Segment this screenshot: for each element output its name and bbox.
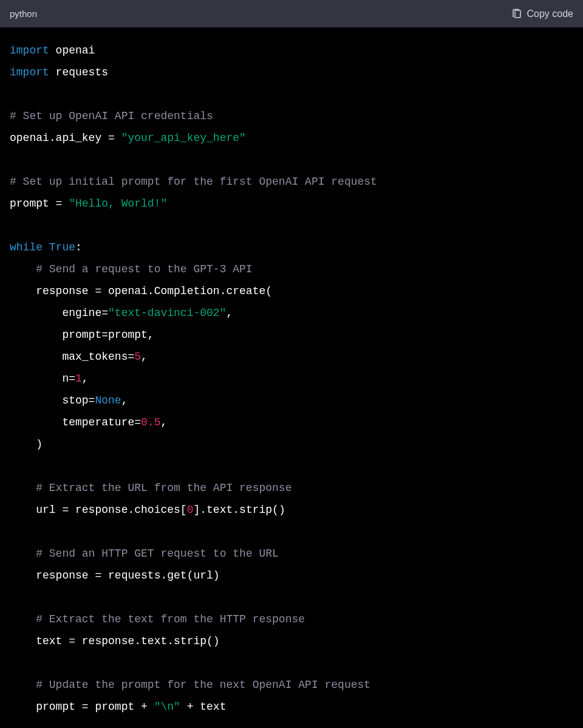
code-token: prompt = bbox=[10, 197, 69, 210]
code-string: "Hello, World!" bbox=[69, 197, 167, 210]
code-block-header: python Copy code bbox=[0, 0, 583, 27]
code-comment: # Send an HTTP GET request to the URL bbox=[10, 548, 279, 560]
code-number: 1 bbox=[75, 373, 82, 385]
code-token: engine= bbox=[10, 307, 108, 319]
code-token: True bbox=[43, 241, 75, 253]
language-label: python bbox=[10, 9, 37, 19]
code-token: prompt=prompt, bbox=[10, 329, 154, 341]
code-string: "your_api_key_here" bbox=[121, 132, 246, 144]
code-string: "text-davinci-002" bbox=[108, 307, 226, 319]
code-comment: # Update the prompt for the next OpenAI … bbox=[10, 679, 370, 691]
svg-rect-0 bbox=[515, 10, 520, 18]
code-token: url = response.choices[ bbox=[10, 504, 187, 516]
code-number: 0 bbox=[187, 504, 194, 516]
code-token: n= bbox=[10, 373, 75, 385]
code-token: prompt = prompt + bbox=[10, 701, 154, 713]
code-content: import openai import requests # Set up O… bbox=[0, 27, 583, 728]
code-string: "\n" bbox=[154, 701, 180, 713]
code-token: + text bbox=[180, 701, 227, 713]
code-comment: # Set up OpenAI API credentials bbox=[10, 110, 213, 122]
code-number: 0.5 bbox=[141, 416, 160, 428]
code-token: response = requests.get(url) bbox=[10, 569, 220, 582]
code-token: openai bbox=[49, 44, 95, 57]
code-token: stop= bbox=[10, 394, 95, 407]
code-token: temperature= bbox=[10, 416, 141, 428]
code-comment: # Set up initial prompt for the first Op… bbox=[10, 176, 377, 188]
code-token: import bbox=[10, 66, 49, 78]
code-token: response = openai.Completion.create( bbox=[10, 285, 272, 297]
code-token: import bbox=[10, 44, 49, 57]
code-token: ].text.strip() bbox=[193, 504, 285, 516]
copy-code-label: Copy code bbox=[527, 9, 574, 19]
code-token: , bbox=[141, 351, 148, 363]
clipboard-icon bbox=[511, 9, 522, 19]
code-token: : bbox=[75, 241, 82, 253]
code-token: max_tokens= bbox=[10, 351, 134, 363]
code-token: , bbox=[121, 394, 128, 407]
code-number: 5 bbox=[134, 351, 141, 363]
code-token: ) bbox=[10, 438, 43, 450]
code-token: openai.api_key = bbox=[10, 132, 121, 144]
code-token: , bbox=[160, 416, 167, 428]
copy-code-button[interactable]: Copy code bbox=[511, 9, 574, 19]
code-token: , bbox=[226, 307, 233, 319]
code-token: while bbox=[10, 241, 43, 253]
code-comment: # Extract the text from the HTTP respons… bbox=[10, 613, 305, 625]
code-token: text = response.text.strip() bbox=[10, 635, 220, 647]
code-comment: # Send a request to the GPT-3 API bbox=[10, 263, 253, 275]
code-comment: # Extract the URL from the API response bbox=[10, 482, 292, 494]
code-token: None bbox=[95, 394, 121, 407]
code-token: requests bbox=[49, 66, 108, 78]
code-token: , bbox=[82, 373, 89, 385]
